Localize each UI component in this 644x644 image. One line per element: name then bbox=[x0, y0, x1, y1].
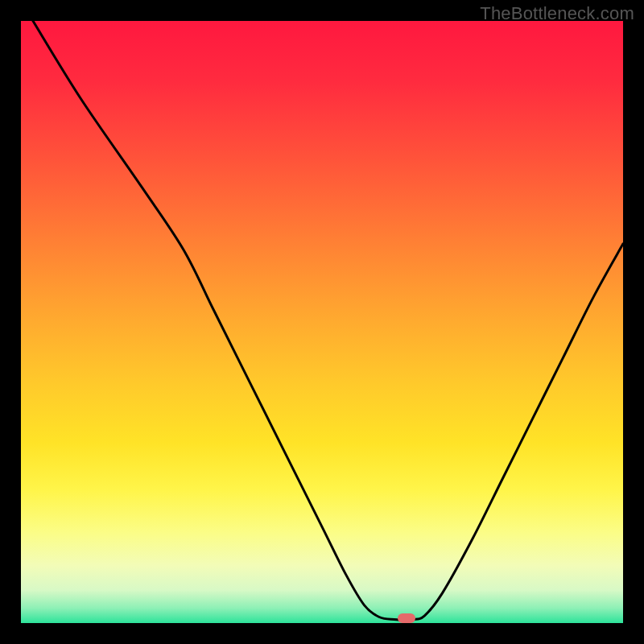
chart-frame: TheBottleneck.com bbox=[0, 0, 644, 644]
plot-area bbox=[21, 21, 623, 623]
optimum-marker bbox=[398, 613, 415, 623]
bottleneck-curve bbox=[21, 21, 623, 623]
